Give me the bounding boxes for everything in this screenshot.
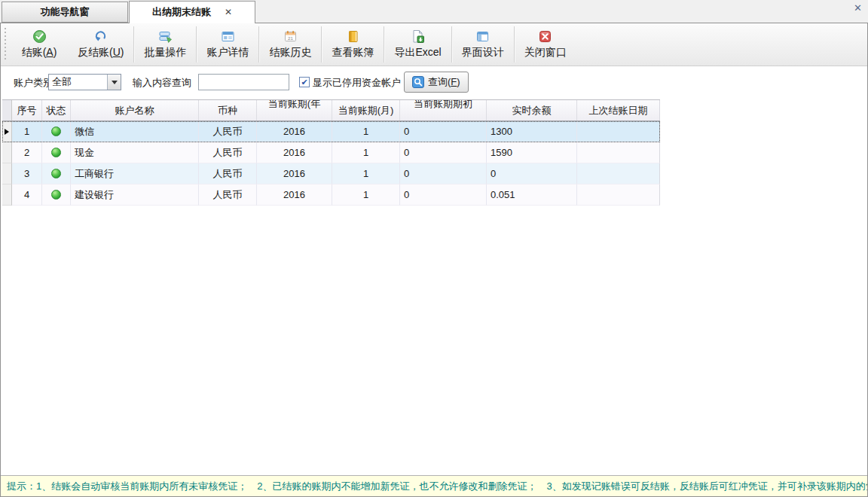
cell-year: 2016 [257,163,332,184]
status-active-icon [51,169,61,178]
button-label: 关闭窗口 [524,46,567,59]
cell-account-name: 建设银行 [71,184,199,206]
cell-opening: 0 [400,121,487,142]
table-row[interactable]: 2 现金 人民币 2016 1 0 1590 [2,142,660,163]
button-label: 结账(A) [22,46,57,59]
toolbar-separator [514,26,515,63]
table-row[interactable]: 4 建设银行 人民币 2016 1 0 0.051 [2,184,660,206]
cell-status [42,142,71,163]
toolbar-grip-handle[interactable] [3,28,8,61]
close-accounts-button[interactable]: 结账(A) [10,23,69,66]
col-header-last-close-date[interactable]: 上次结账日期 [577,100,660,120]
toolbar-separator [196,26,197,63]
toolbar-separator [321,26,322,63]
app-window: 功能导航窗 出纳期末结账✕ ✕ 结账(A) 反结账(U) [0,0,868,497]
toolbar-separator [451,26,452,63]
cell-currency: 人民币 [199,121,257,142]
search-input[interactable] [198,74,289,90]
col-header-period-opening[interactable]: 当前账期期初 [400,100,487,120]
cell-month: 1 [332,163,400,184]
status-active-icon [51,127,61,136]
cell-currency: 人民币 [199,163,257,184]
cell-account-name: 微信 [71,121,199,142]
table-row[interactable]: 3 工商银行 人民币 2016 1 0 0 [2,163,660,184]
cell-seq: 1 [12,121,42,142]
button-label: 账户详情 [206,46,249,59]
col-header-currency[interactable]: 币种 [199,100,257,120]
cell-opening: 0 [400,142,487,163]
show-disabled-accounts-checkbox[interactable]: ✔ [299,77,310,87]
batch-layers-icon [158,28,173,44]
selected-row-arrow-icon [5,129,9,135]
query-button[interactable]: 查询(F) [404,72,469,93]
close-window-button[interactable]: 关闭窗口 [515,23,576,66]
button-label: 导出Excel [394,46,441,59]
toolbar-separator [258,26,259,63]
main-panel: 结账(A) 反结账(U) 批量操作 账户详情 [0,23,868,497]
view-ledger-button[interactable]: 查看账簿 [322,23,383,66]
cell-status [42,121,71,142]
show-disabled-accounts-label: 显示已停用资金帐户 [313,75,401,91]
toolbar-separator [384,26,384,63]
history-calendar-icon: 21 [283,28,298,44]
cell-status [42,184,71,206]
accounts-table: 序号 状态 账户名称 币种 当前账期(年 当前账期(月) 当前账期期初 实时余额… [2,99,660,206]
col-header-seq[interactable]: 序号 [12,100,42,120]
col-header-period-year[interactable]: 当前账期(年 [257,100,332,120]
cell-year: 2016 [257,121,332,142]
status-tip-text: 提示：1、结账会自动审核当前账期内所有未审核凭证； 2、已结账的账期内不能增加新… [7,480,867,492]
cell-account-name: 现金 [71,142,199,163]
row-gutter-cell [2,184,12,206]
selected-category-value: 全部 [49,75,107,90]
cell-account-name: 工商银行 [71,163,199,184]
cell-balance: 0 [487,163,577,184]
export-excel-icon [411,28,425,44]
reverse-close-button[interactable]: 反结账(U) [69,23,133,66]
tab-label: 功能导航窗 [41,6,90,17]
cell-opening: 0 [400,184,487,206]
col-header-balance[interactable]: 实时余额 [487,100,577,120]
window-close-icon[interactable]: ✕ [854,2,862,14]
export-excel-button[interactable]: 导出Excel [385,23,450,66]
tab-cashier-period-close[interactable]: 出纳期末结账✕ [129,1,255,23]
cell-currency: 人民币 [199,184,257,206]
col-header-account-name[interactable]: 账户名称 [71,100,199,120]
checkbox-check-icon: ✔ [301,78,307,87]
row-gutter-cell [2,163,12,184]
table-row[interactable]: 1 微信 人民币 2016 1 0 1300 [2,121,660,142]
search-label: 输入内容查询 [133,75,191,91]
check-circle-icon [32,28,47,44]
cell-last-close [577,184,660,206]
tab-close-icon[interactable]: ✕ [225,2,232,23]
ui-design-button[interactable]: 界面设计 [453,23,513,66]
cell-last-close [577,163,660,184]
account-details-button[interactable]: 账户详情 [197,23,258,66]
toolbar: 结账(A) 反结账(U) 批量操作 账户详情 [1,23,867,66]
status-active-icon [51,190,61,200]
button-label: 界面设计 [462,46,504,59]
cell-month: 1 [332,121,400,142]
ui-design-icon [475,28,490,44]
button-label: 批量操作 [144,46,186,59]
cell-month: 1 [332,142,400,163]
account-category-select[interactable]: 全部 [48,74,121,90]
button-label: 查看账簿 [332,46,374,59]
undo-icon [93,28,108,44]
closing-history-button[interactable]: 21 结账历史 [260,23,320,66]
status-active-icon [51,148,61,157]
row-gutter-cell [2,142,12,163]
button-label: 反结账(U) [78,46,124,59]
col-header-status[interactable]: 状态 [42,100,71,120]
cell-currency: 人民币 [199,142,257,163]
account-category-label: 账户类别 [14,75,53,91]
tab-function-navigation[interactable]: 功能导航窗 [2,2,128,23]
chevron-down-icon [112,81,118,84]
batch-operations-button[interactable]: 批量操作 [135,23,195,66]
filter-bar: 账户类别 全部 输入内容查询 ✔ 显示已停用资金帐户 查询(F) [1,67,867,98]
cell-balance: 1300 [487,121,577,142]
col-header-period-month[interactable]: 当前账期(月) [332,100,400,120]
button-label: 结账历史 [269,46,311,59]
account-panel-icon [221,28,235,44]
dropdown-button[interactable] [107,75,121,90]
svg-text:21: 21 [288,35,293,40]
